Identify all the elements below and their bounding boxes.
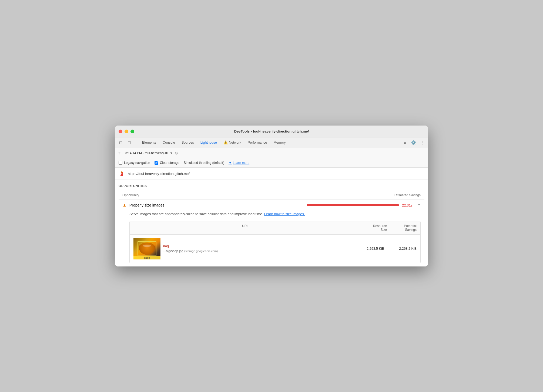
stop-button[interactable]: ⊘: [175, 151, 178, 155]
resource-thumbnail: Soop: [133, 238, 160, 259]
resource-tag: img: [163, 244, 352, 248]
add-button[interactable]: +: [118, 150, 121, 156]
legacy-nav-group[interactable]: Legacy navigation: [119, 161, 150, 165]
th-url: URL: [133, 224, 357, 232]
inspect-icon[interactable]: □: [126, 139, 133, 147]
description-text: Serve images that are appropriately-size…: [129, 211, 421, 217]
savings-value: 22.31s: [402, 203, 413, 207]
savings-bar: [307, 204, 399, 206]
resource-url-line: ...big/soop.jpg (storage.googleapis.com): [163, 249, 352, 253]
clear-storage-group[interactable]: Clear storage: [155, 161, 179, 165]
title-bar: DevTools - foul-heavenly-direction.glitc…: [115, 126, 428, 137]
tab-sources[interactable]: Sources: [178, 137, 197, 148]
resource-source: (storage.googleapis.com): [184, 249, 218, 253]
tab-performance[interactable]: Performance: [244, 137, 270, 148]
dropdown-icon: ▼: [229, 161, 232, 165]
url-more-button[interactable]: ⋮: [420, 171, 424, 177]
resource-table: URL ResourceSize PotentialSavings: [129, 221, 421, 263]
opportunity-item: ▲ Properly size images 22.31s ⌃ Serve im…: [119, 199, 424, 266]
dropdown-arrow-icon[interactable]: ▼: [170, 151, 173, 155]
session-text: 3:14:14 PM - foul-heavenly-di: [125, 151, 168, 155]
url-display: https://foul-heavenly-direction.glitch.m…: [128, 172, 417, 176]
devtools-window: DevTools - foul-heavenly-direction.glitc…: [115, 126, 428, 266]
main-content: https://foul-heavenly-direction.glitch.m…: [115, 168, 428, 266]
opportunity-name: Properly size images: [129, 203, 304, 207]
more-tabs-button[interactable]: »: [401, 139, 409, 147]
svg-marker-0: [121, 171, 123, 173]
learn-more-button[interactable]: ▼ Learn more: [229, 161, 249, 165]
tab-bar: ⬜︎ □ Elements Console Sources Lighthouse…: [115, 137, 428, 148]
image-label: Soop: [133, 256, 160, 259]
legacy-nav-label: Legacy navigation: [124, 161, 150, 165]
opportunity-header: ▲ Properly size images 22.31s ⌃: [122, 203, 421, 208]
minimize-button[interactable]: [125, 130, 128, 133]
lighthouse-logo-icon: [119, 170, 125, 177]
tab-network[interactable]: ⚠️ Network: [220, 137, 244, 148]
legacy-nav-checkbox[interactable]: [119, 161, 122, 165]
warning-triangle-icon: ▲: [122, 203, 127, 208]
th-savings: Estimated Savings: [394, 193, 421, 197]
resource-size: 2,293.5 KiB: [354, 247, 384, 251]
maximize-button[interactable]: [130, 130, 134, 133]
resource-potential-savings: 2,268.2 KiB: [387, 247, 417, 251]
svg-rect-1: [121, 173, 123, 175]
savings-bar-container: 22.31s: [307, 203, 413, 207]
image-overlay: [138, 241, 156, 256]
th-resource-size: ResourceSize: [357, 224, 387, 232]
chevron-up-icon[interactable]: ⌃: [417, 203, 421, 207]
warning-icon: ⚠️: [223, 140, 228, 144]
tab-lighthouse[interactable]: Lighthouse: [197, 137, 220, 148]
throttling-text: Simulated throttling (default): [184, 161, 224, 165]
table-header: Opportunity Estimated Savings: [119, 191, 424, 199]
th-opportunity: Opportunity: [122, 193, 394, 197]
th-potential-savings: PotentialSavings: [387, 224, 417, 232]
svg-rect-3: [121, 173, 122, 174]
resource-table-header: URL ResourceSize PotentialSavings: [130, 221, 420, 235]
learn-link[interactable]: Learn how to size images: [264, 212, 305, 216]
clear-storage-checkbox[interactable]: [155, 161, 158, 165]
close-button[interactable]: [119, 130, 122, 133]
opportunity-expanded: Serve images that are appropriately-size…: [129, 211, 421, 263]
secondary-toolbar: + 3:14:14 PM - foul-heavenly-di ▼ ⊘: [115, 148, 428, 158]
tab-memory[interactable]: Memory: [270, 137, 289, 148]
section-title: OPPORTUNITIES: [119, 184, 424, 188]
resource-info: img ...big/soop.jpg (storage.googleapis.…: [163, 244, 352, 253]
opportunities-section: OPPORTUNITIES Opportunity Estimated Savi…: [115, 180, 428, 266]
tab-bar-icons: ⬜︎ □: [117, 139, 133, 147]
svg-rect-2: [120, 175, 123, 176]
settings-bar: Legacy navigation Clear storage Simulate…: [115, 158, 428, 168]
window-controls: [119, 130, 134, 133]
tab-console[interactable]: Console: [159, 137, 178, 148]
cursor-icon[interactable]: ⬜︎: [117, 139, 125, 147]
tab-bar-right: » ⚙️ ⋮: [401, 139, 426, 147]
customize-button[interactable]: ⋮: [418, 139, 426, 147]
clear-storage-label: Clear storage: [160, 161, 179, 165]
url-bar: https://foul-heavenly-direction.glitch.m…: [115, 168, 428, 180]
resource-table-row: Soop img ...big/soop.jpg (storage.google…: [130, 235, 420, 263]
tab-elements[interactable]: Elements: [139, 137, 159, 148]
tab-separator: [137, 140, 137, 146]
settings-button[interactable]: ⚙️: [410, 139, 417, 147]
window-title: DevTools - foul-heavenly-direction.glitc…: [234, 129, 309, 133]
separator: [123, 151, 123, 156]
